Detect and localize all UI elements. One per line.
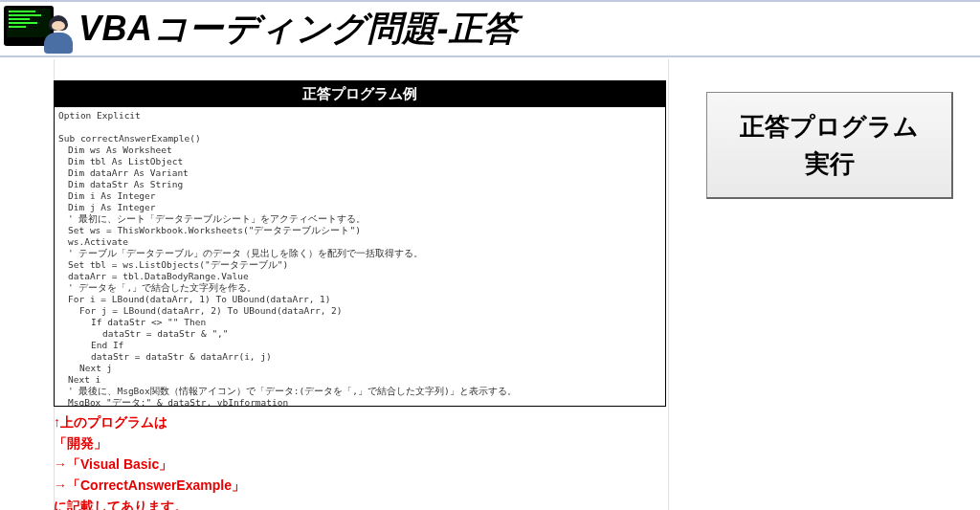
code-line: ' 最初に、シート「データテーブルシート」をアクティベートする。 xyxy=(58,213,661,225)
code-line: Dim dataStr As String xyxy=(58,179,661,190)
code-line: For i = LBound(dataArr, 1) To UBound(dat… xyxy=(58,294,661,305)
code-line: ws.Activate xyxy=(58,236,661,248)
page-title: VBAコーディング問題-正答 xyxy=(78,6,519,53)
note-line: 「開発」 xyxy=(54,432,245,454)
code-line: dataStr = dataStr & dataArr(i, j) xyxy=(58,351,661,363)
code-line: dataStr = dataStr & "," xyxy=(58,328,661,340)
code-line: Dim j As Integer xyxy=(58,202,661,213)
code-line: Option Explicit xyxy=(58,110,661,122)
code-line: Set tbl = ws.ListObjects("データテーブル") xyxy=(58,259,661,271)
notes-text: ↑上のプログラムは「開発」→「Visual Basic」→「CorrectAns… xyxy=(54,411,245,510)
code-line: Sub correctAnswerExample() xyxy=(58,133,661,144)
main-content: 正答プログラム例 Option Explicit Sub correctAnsw… xyxy=(0,57,980,407)
code-line: dataArr = tbl.DataBodyRange.Value xyxy=(58,271,661,282)
code-line: End If xyxy=(58,340,661,351)
code-line: If dataStr <> "" Then xyxy=(58,317,661,328)
code-line: Dim ws As Worksheet xyxy=(58,144,661,156)
code-line: ' 最後に、MsgBox関数（情報アイコン）で「データ:(データを「,」で結合し… xyxy=(58,386,661,397)
code-panel: 正答プログラム例 Option Explicit Sub correctAnsw… xyxy=(54,80,666,407)
right-panel: 正答プログラム 実行 xyxy=(693,80,963,407)
note-line: →「CorrectAnswerExample」 xyxy=(54,475,245,496)
code-line: Dim dataArr As Variant xyxy=(58,167,661,179)
code-line: Dim tbl As ListObject xyxy=(58,156,661,167)
code-line: Dim i As Integer xyxy=(58,190,661,202)
title-bar: VBAコーディング問題-正答 xyxy=(0,0,980,57)
run-button-line1: 正答プログラム xyxy=(740,108,919,145)
code-line: Next j xyxy=(58,363,661,374)
code-line: Set ws = ThisWorkbook.Worksheets("データテーブ… xyxy=(58,225,661,236)
programmer-icon xyxy=(4,4,78,54)
code-line xyxy=(58,122,661,133)
code-line: ' テーブル「データテーブル」のデータ（見出しを除く）を配列で一括取得する。 xyxy=(58,248,661,259)
note-line: に記載してあります。 xyxy=(54,496,245,510)
code-body: Option Explicit Sub correctAnswerExample… xyxy=(55,107,665,406)
code-line: For j = LBound(dataArr, 2) To UBound(dat… xyxy=(58,305,661,317)
run-button-line2: 実行 xyxy=(805,145,855,183)
code-header: 正答プログラム例 xyxy=(55,81,665,107)
note-line: →「Visual Basic」 xyxy=(54,454,245,475)
code-line: ' データを「,」で結合した文字列を作る。 xyxy=(58,282,661,294)
run-answer-button[interactable]: 正答プログラム 実行 xyxy=(706,92,953,199)
note-line: ↑上のプログラムは xyxy=(54,411,245,432)
code-line: MsgBox "データ:" & dataStr, vbInformation xyxy=(58,397,661,406)
code-line: Next i xyxy=(58,374,661,386)
